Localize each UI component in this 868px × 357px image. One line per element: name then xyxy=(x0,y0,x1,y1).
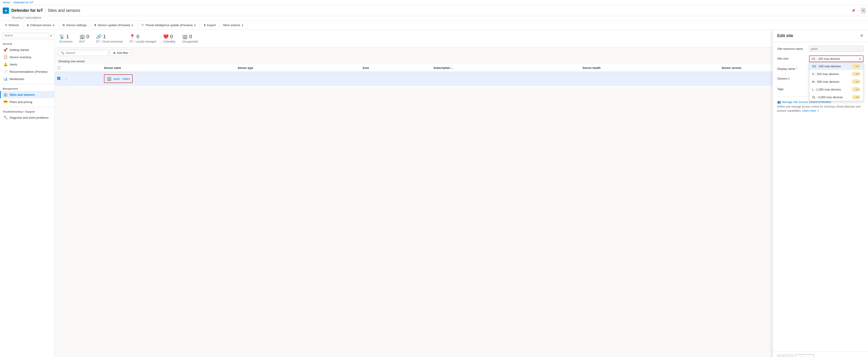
learn-more-link[interactable]: Learn more ↗ xyxy=(802,109,819,112)
required-marker: * xyxy=(796,67,797,70)
group-row-expand-cell: › xyxy=(63,72,101,86)
owners-label: Owners ℹ xyxy=(777,75,809,80)
sidebar-item-diagnose[interactable]: 🔧 Diagnose and solve problems xyxy=(0,114,54,121)
site-resource-name-input[interactable] xyxy=(809,46,863,52)
diagnose-icon: 🔧 xyxy=(3,116,8,120)
management-section-label: Management xyxy=(0,86,54,91)
dropdown-option-l[interactable]: L - 1,000 max devices 1 left xyxy=(809,86,863,93)
option-l-label: L - 1,000 max devices xyxy=(812,88,841,91)
site-size-dropdown[interactable]: XS - 100 max devices ∨ xyxy=(809,56,863,62)
learn-more-label: Learn more xyxy=(802,109,816,112)
stat-ot-cloud[interactable]: 🔗 1 OT - Cloud connected xyxy=(96,32,129,45)
pricing-icon: 💳 xyxy=(3,100,8,104)
dropdown-option-s[interactable]: S - 250 max devices 1 left xyxy=(809,70,863,78)
sensor-name-col-header[interactable]: Sensor name xyxy=(101,64,235,72)
ot-cloud-count: 1 xyxy=(103,34,106,39)
site-size-dropdown-menu: XS - 100 max devices 2 left S - 250 max … xyxy=(809,62,863,101)
refresh-icon: ↻ xyxy=(5,24,7,27)
select-all-checkbox[interactable] xyxy=(57,66,60,69)
download-icon: ⬇ xyxy=(204,24,206,27)
stat-all-sensors[interactable]: 📡 1 All sensors xyxy=(59,32,80,45)
sidebar-search-container: « xyxy=(0,31,54,40)
expand-icon[interactable]: › xyxy=(66,77,67,80)
form-row-site-resource-name: Site resource name xyxy=(777,46,863,52)
main-layout: « General 🚀 Getting started 📋 Device inv… xyxy=(0,30,868,357)
option-m-badge: 1 left xyxy=(852,79,861,84)
refresh-button[interactable]: ↻ Refresh xyxy=(3,22,21,28)
export-button[interactable]: ⬇ Export xyxy=(201,22,218,28)
close-button[interactable]: ✕ xyxy=(861,8,865,13)
data-table: Sensor name Sensor type Zone Subscriptio… xyxy=(55,64,868,86)
owners-info-icon[interactable]: ℹ xyxy=(788,77,789,80)
option-l-badge: 1 left xyxy=(852,87,861,91)
sidebar-search-input[interactable] xyxy=(2,33,49,38)
sensor-health-col-header[interactable]: Sensor health xyxy=(580,64,719,72)
option-m-label: M - 500 max devices xyxy=(812,80,839,84)
breadcrumb-home[interactable]: Home xyxy=(3,1,10,4)
sites-and-sensors-label: Sites and sensors xyxy=(9,93,35,96)
group-row-checkbox[interactable] xyxy=(57,77,60,80)
unsupported-count: 0 xyxy=(189,34,192,39)
stat-eiot[interactable]: 🏢 0 EIoT xyxy=(80,32,96,45)
alerts-icon: 🔔 xyxy=(3,62,8,66)
dropdown-option-m[interactable]: M - 500 max devices 1 left xyxy=(809,78,863,86)
dropdown-option-xl[interactable]: XL - 5,000 max devices 1 left xyxy=(809,93,863,101)
subscription-col-header[interactable]: Subscription ... xyxy=(431,64,580,72)
collapse-icon[interactable]: « xyxy=(50,33,52,37)
dropdown-option-xs[interactable]: XS - 100 max devices 2 left xyxy=(809,62,863,70)
sensor-update-button[interactable]: ⬆ Sensor update (Preview) ∨ xyxy=(92,22,136,28)
ot-cloud-label: OT - Cloud connected xyxy=(96,40,123,43)
option-xl-label: XL - 5,000 max devices xyxy=(812,96,843,99)
stats-bar: 📡 1 All sensors 🏢 0 EIoT 🔗 1 OT - Cloud … xyxy=(55,30,868,47)
unsupported-label: Unsupported xyxy=(182,40,198,43)
all-sensors-icon: 📡 xyxy=(59,34,65,39)
sidebar-item-sites-and-sensors[interactable]: 🏢 Sites and sensors xyxy=(0,91,54,98)
threat-intelligence-button[interactable]: 🛡 Threat intelligence update (Preview) ∨ xyxy=(139,22,198,28)
site-size-selected: XS - 100 max devices xyxy=(811,57,840,61)
sensor-type-col-header[interactable]: Sensor type xyxy=(235,64,360,72)
site-resource-name-label: Site resource name xyxy=(777,46,809,51)
more-menu-icon[interactable]: ··· xyxy=(857,8,861,13)
filter-search-input[interactable] xyxy=(66,51,106,55)
expand-col-header xyxy=(63,64,101,72)
onboard-sensor-button[interactable]: ⊕ Onboard sensor ∨ xyxy=(24,22,57,28)
onboard-sensor-label: Onboard sensor xyxy=(30,24,52,27)
option-s-label: S - 250 max devices xyxy=(812,72,839,76)
table-row: › 🏢 paris - Sales xyxy=(55,72,868,86)
save-button[interactable]: Save xyxy=(777,355,794,357)
more-actions-button[interactable]: More actions ∨ xyxy=(221,22,246,28)
sidebar-item-device-inventory[interactable]: 📋 Device inventory xyxy=(0,54,54,61)
zone-col-header[interactable]: Zone xyxy=(360,64,431,72)
stat-ot-local[interactable]: 📍 0 OT - Locally managed xyxy=(129,32,163,45)
panel-header: Edit site ✕ xyxy=(773,30,868,42)
stat-unsupported[interactable]: 🏢 0 Unsupported xyxy=(182,32,205,45)
sidebar-item-workbooks[interactable]: 📊 Workbooks xyxy=(0,75,54,83)
site-size-label: Site size xyxy=(777,56,809,60)
pin-icon[interactable]: 📌 xyxy=(851,8,856,13)
panel-footer: Save Cancel xyxy=(773,352,868,357)
tags-label: Tags xyxy=(777,86,809,91)
option-s-badge: 1 left xyxy=(852,72,861,76)
group-name-label: paris - Sales xyxy=(114,77,130,80)
sidebar-item-recommendations[interactable]: 📄 Recommendations (Preview) xyxy=(0,68,54,75)
title-section: Defender for IoT | Sites and sensors xyxy=(11,8,851,13)
chevron-down-icon-2: ∨ xyxy=(131,24,133,27)
chevron-down-icon: ∨ xyxy=(859,57,861,61)
panel-close-button[interactable]: ✕ xyxy=(860,33,863,38)
sensor-settings-button[interactable]: ⚙ Sensor settings xyxy=(60,22,89,28)
content-area: 📡 1 All sensors 🏢 0 EIoT 🔗 1 OT - Cloud … xyxy=(55,30,868,357)
filter-bar: 🔍 ⊕ Add filter xyxy=(55,47,868,58)
getting-started-label: Getting started xyxy=(9,48,29,52)
sites-icon: 🏢 xyxy=(3,93,8,97)
group-name-container[interactable]: 🏢 paris - Sales xyxy=(104,74,133,83)
sidebar-item-plans-and-pricing[interactable]: 💳 Plans and pricing xyxy=(0,98,54,105)
add-filter-button[interactable]: ⊕ Add filter xyxy=(110,50,131,56)
unhealthy-label: Unhealthy xyxy=(163,40,175,43)
breadcrumb-current[interactable]: Defender for IoT xyxy=(14,1,33,4)
cancel-button[interactable]: Cancel xyxy=(796,355,814,357)
stat-unhealthy[interactable]: ❤️ 0 Unhealthy xyxy=(163,32,182,45)
unhealthy-count: 0 xyxy=(170,34,173,39)
eiot-icon: 🏢 xyxy=(80,34,85,39)
sidebar-item-alerts[interactable]: 🔔 Alerts xyxy=(0,61,54,68)
sidebar-item-getting-started[interactable]: 🚀 Getting started xyxy=(0,46,54,54)
